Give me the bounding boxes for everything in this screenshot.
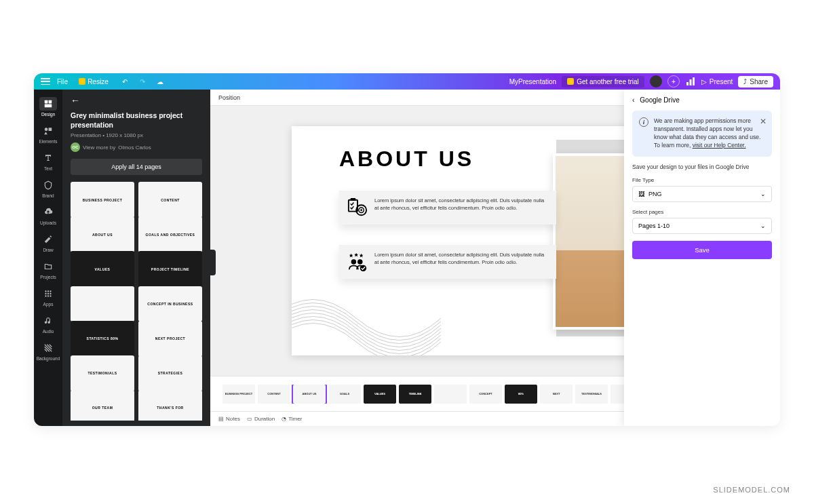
template-thumb[interactable]: NEXT PROJECT [138,321,202,357]
add-member-button[interactable]: + [667,75,680,88]
template-thumb[interactable] [71,286,134,322]
rail-elements[interactable]: Elements [34,121,62,147]
analytics-icon[interactable] [685,76,696,87]
svg-point-10 [50,290,51,292]
content-box-1[interactable]: Lorem ipsum dolor sit amet, consectetur … [339,191,556,225]
svg-rect-4 [49,100,52,103]
close-icon[interactable]: ✕ [760,116,767,128]
rail-background[interactable]: Background [34,338,62,364]
redo-icon[interactable]: ↷ [137,76,148,87]
play-icon: ▷ [701,78,707,85]
filmstrip-thumb[interactable]: TESTIMONIALS11 [575,385,608,404]
info-icon: i [639,117,648,127]
present-label: Present [710,78,733,85]
svg-point-12 [47,292,49,294]
share-label: Share [750,78,768,85]
rail-uploads[interactable]: Uploads [34,202,62,228]
hamburger-menu-icon[interactable] [41,78,50,85]
svg-rect-2 [693,77,695,85]
header-left: File Resize ↶ ↷ ☁ [41,76,166,87]
trial-label: Get another free trial [577,78,639,85]
svg-point-8 [45,290,46,292]
filmstrip-thumb[interactable]: NEXT10 [540,385,573,404]
checklist-target-icon [347,197,368,218]
template-thumb[interactable]: CONCEPT IN BUSINESS [138,286,202,322]
filmstrip-thumb[interactable]: BUSINESS PROJECT1 [222,385,255,404]
filmstrip-thumb[interactable]: GOALS4 [328,385,361,404]
filmstrip-thumb[interactable]: 7 [434,385,467,404]
rail-apps[interactable]: Apps [34,284,62,309]
svg-rect-1 [689,79,691,85]
svg-point-14 [45,295,46,296]
rail-text[interactable]: Text [34,148,62,174]
info-notice: i We are making app permissions more tra… [632,111,772,157]
file-menu[interactable]: File [57,78,68,85]
share-button[interactable]: ⤴ Share [738,76,773,88]
template-meta: Presentation • 1920 x 1080 px [71,132,202,138]
trial-button[interactable]: Get another free trial [562,76,644,88]
team-rating-icon [347,252,368,272]
panel-back-icon[interactable]: ‹ [632,96,634,104]
timer-button[interactable]: ◔Timer [282,416,302,422]
template-thumb[interactable]: BUSINESS PROJECT [71,182,134,218]
slide-title[interactable]: ABOUT US [339,147,474,172]
rail-label: Background [37,356,60,361]
template-thumb[interactable]: STRATEGIES [138,355,202,391]
template-author[interactable]: OC View more by Olmos Carlos [71,142,202,152]
present-button[interactable]: ▷ Present [701,78,733,85]
template-thumb[interactable]: OUR TEAM [71,390,134,421]
template-thumb[interactable]: ABOUT US [71,216,134,252]
pages-label: Select pages [632,209,772,215]
upload-icon: ⤴ [743,78,747,85]
template-thumb[interactable]: CONTENT [138,182,202,218]
filmstrip-thumb[interactable]: ABOUT US3 [293,385,326,404]
rail-design[interactable]: Design [34,94,62,119]
cloud-sync-icon[interactable]: ☁ [155,76,166,87]
back-arrow-icon[interactable]: ← [71,95,80,106]
filmstrip-thumb[interactable]: CONCEPT8 [469,385,502,404]
template-thumb[interactable]: VALUES [71,251,134,287]
notes-button[interactable]: ▤Notes [218,416,240,422]
rail-draw[interactable]: Draw [34,229,62,255]
template-thumb[interactable]: TESTIMONIALS [71,355,134,391]
filmstrip-thumb[interactable]: CONTENT2 [258,385,290,404]
svg-rect-0 [686,82,689,85]
watermark: SLIDEMODEL.COM [713,486,790,494]
svg-point-15 [47,295,49,296]
template-thumbnails: BUSINESS PROJECTCONTENTABOUT USGOALS AND… [71,182,202,421]
rail-projects[interactable]: Projects [34,256,62,282]
filmstrip-thumb[interactable]: VALUES5 [364,385,396,404]
svg-rect-7 [49,128,52,131]
template-thumb[interactable]: GOALS AND OBJECTIVES [138,216,202,252]
template-thumb[interactable]: STATISTICS 80% [71,321,134,357]
apply-all-button[interactable]: Apply all 14 pages [71,159,202,175]
rail-label: Brand [42,193,54,198]
filmstrip-thumb[interactable]: 80%9 [505,385,537,404]
info-text: We are making app permissions more trans… [654,117,765,150]
chevron-down-icon: ⌄ [760,191,766,197]
chevron-down-icon: ⌄ [760,222,766,229]
google-drive-panel: ‹ Google Drive i We are making app permi… [624,90,780,426]
template-thumb[interactable]: THANK'S FOR [138,390,202,421]
save-button[interactable]: Save [632,241,772,259]
rail-label: Apps [43,302,54,307]
template-title: Grey minimalist business project present… [71,111,202,130]
rail-label: Elements [39,139,57,144]
user-avatar[interactable] [650,75,662,88]
panel-description: Save your design to your files in Google… [632,163,772,170]
undo-icon[interactable]: ↶ [119,76,130,87]
pages-dropdown[interactable]: Pages 1-10 ⌄ [632,218,772,234]
filmstrip-thumb[interactable]: TIMELINE6 [399,385,431,404]
rail-brand[interactable]: Brand [34,175,62,201]
position-button[interactable]: Position [218,94,240,101]
filetype-dropdown[interactable]: 🖼PNG ⌄ [632,186,772,202]
help-center-link[interactable]: visit our Help Center. [693,142,746,149]
rail-audio[interactable]: Audio [34,311,62,336]
duration-button[interactable]: ▭Duration [247,416,275,422]
resize-button[interactable]: Resize [75,77,113,87]
svg-rect-18 [351,198,356,201]
document-name[interactable]: MyPresentation [509,78,556,85]
template-thumb[interactable]: PROJECT TIMELINE [138,251,202,287]
sidebar-collapse-handle[interactable] [209,250,216,275]
timer-icon: ◔ [282,416,286,422]
